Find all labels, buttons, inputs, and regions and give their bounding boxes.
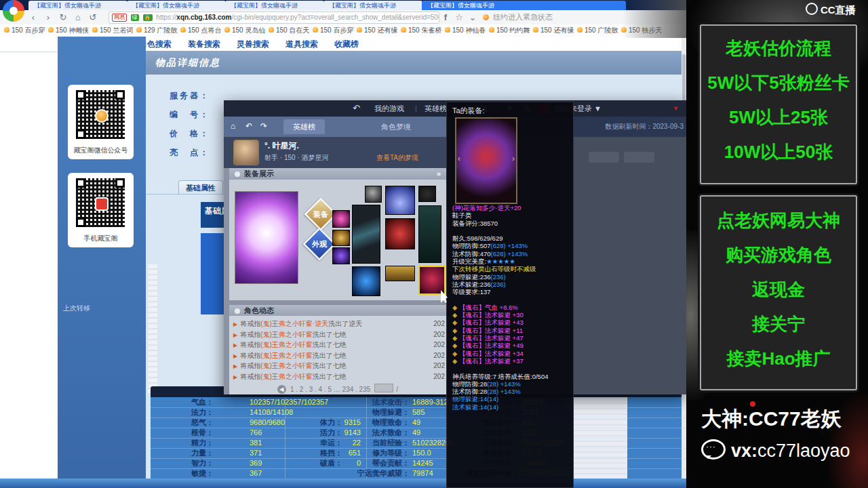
bell-icon xyxy=(269,27,274,33)
ranking-tab[interactable] xyxy=(624,152,654,163)
bookmark-item[interactable]: 150 约约舞 xyxy=(489,26,530,35)
expand-arrow-icon[interactable]: ▶ xyxy=(229,321,240,327)
star-icon[interactable]: ☆ xyxy=(453,11,465,24)
equip-icon-gold-box[interactable] xyxy=(385,266,415,281)
back-icon[interactable]: ‹ xyxy=(27,11,39,24)
equip-icon-crown[interactable] xyxy=(385,186,415,215)
view-dream-link[interactable]: 查看TA的梦境 xyxy=(376,153,418,163)
equip-icon-boots-selected[interactable] xyxy=(418,266,446,295)
stats-row: 力量：371格挡：651修为等级：150.0修炼等级：137.4 xyxy=(151,448,686,459)
forward-icon[interactable]: ↷ xyxy=(260,121,267,131)
undo-icon[interactable]: ↺ xyxy=(87,11,99,24)
address-bar[interactable]: 网易 绿 🔒 https://xqn.cbg.163.com/cgi-bin/e… xyxy=(108,12,439,24)
bookmark-item[interactable]: 150 还有缘 xyxy=(357,26,397,35)
stat-label: 物理致命： xyxy=(320,418,410,427)
prev-item-arrow[interactable]: ‹ xyxy=(458,154,460,163)
activity-row[interactable]: ▶将戒指(鬼)王弗之小轩窗洗出了七绝202 xyxy=(229,350,446,361)
bookmark-item[interactable]: 150 还有缘 xyxy=(533,26,574,35)
ad-line: 5W以下5张粉丝卡 xyxy=(701,66,856,100)
green-badge: 绿 xyxy=(131,14,139,21)
equip-icon-red-armor[interactable] xyxy=(385,218,415,249)
share-icon[interactable]: f xyxy=(439,11,452,24)
tab-role-dream[interactable]: 角色梦境 xyxy=(372,119,420,134)
window-menu-icon[interactable]: ▼ xyxy=(673,100,679,117)
site-nav-link[interactable]: 装备搜索 xyxy=(188,39,220,50)
bookmark-item[interactable]: 150 神雕侠 xyxy=(48,26,89,35)
cc-logo-text: CC直播 xyxy=(821,4,856,16)
home-icon[interactable]: ⌂ xyxy=(231,121,235,131)
browser-logo-center xyxy=(9,7,18,15)
appearance-mode-button[interactable]: 外观 xyxy=(303,228,336,260)
tooltip-segment: 【魂石】法术躲避 +43 xyxy=(459,319,524,326)
browser-tab[interactable]: 【藏宝阁】倩女幽魂手游 xyxy=(422,1,626,10)
activity-row[interactable]: ▶将戒指(鬼)王弗之小轩窗洗出了七绝202 xyxy=(229,371,446,382)
home-icon[interactable]: ⌂ xyxy=(72,11,84,24)
equip-icon-shield[interactable] xyxy=(418,205,441,263)
bookmark-item[interactable]: 150 百步穿 xyxy=(313,26,353,35)
refresh-icon[interactable]: ↻ xyxy=(57,11,69,24)
collapse-icon[interactable]: » xyxy=(437,168,441,180)
equip-icon-gold[interactable] xyxy=(332,230,350,246)
back-icon[interactable]: ↶ xyxy=(245,121,252,131)
page-numbers[interactable]: 1 . 2 . 3 . 4 . 5 … 234 . 235 xyxy=(290,386,370,393)
forward-icon[interactable]: › xyxy=(42,11,54,24)
bookmark-label: 150 百步穿 xyxy=(12,26,45,34)
next-item-arrow[interactable]: › xyxy=(512,154,515,163)
bookmark-label: 150 朱雀桥 xyxy=(408,26,441,34)
menu-my-games[interactable]: 我的游戏 xyxy=(374,100,404,117)
expand-arrow-icon[interactable]: ▶ xyxy=(229,363,240,369)
bookmark-item[interactable]: 150 兰若词 xyxy=(92,26,133,35)
chevron-down-icon[interactable]: ⌄ xyxy=(467,11,479,24)
browser-tab[interactable]: 【藏宝阁】倩女幽魂手游 xyxy=(225,1,324,10)
bookmark-item[interactable]: 150 百步穿 xyxy=(4,26,45,35)
tab-basic-attributes[interactable]: 基础属性 xyxy=(178,180,223,195)
equip-icon-pouch[interactable] xyxy=(365,186,382,203)
equip-icon-cloth[interactable] xyxy=(418,186,436,202)
browser-tab[interactable]: 【藏宝阁】倩女幽魂手游 xyxy=(28,1,127,10)
section-title: 角色动态 xyxy=(244,306,274,314)
bookmark-item[interactable]: 150 灵岛仙 xyxy=(224,26,265,35)
browser-tab[interactable]: 【藏宝阁】倩女幽魂手游 xyxy=(127,1,226,10)
ranking-tab[interactable] xyxy=(589,152,619,163)
equip-icon-gem-purple[interactable] xyxy=(332,247,350,264)
tooltip-line: 法术躲避:236(236) xyxy=(452,281,569,288)
site-nav-link[interactable]: 道具搜索 xyxy=(285,39,318,50)
browser-tab[interactable]: 【藏宝阁】倩女幽魂手游 xyxy=(323,1,422,10)
tab-hero-rank[interactable]: 英雄榜 xyxy=(283,119,325,134)
prev-page-icon[interactable]: ◀ xyxy=(277,385,286,394)
activity-row[interactable]: ▶将戒指(鬼)王弗之小轩窗·逆天洗出了逆天202 xyxy=(229,319,446,329)
browser-logo-icon[interactable] xyxy=(3,0,24,22)
character-band: °. 叶星河. 射手 · 150 · 酒梦星河 查看TA的梦境 xyxy=(224,137,448,168)
activity-row[interactable]: ▶将戒指(鬼)王弗之小轩窗洗出了七绝202 xyxy=(229,329,446,340)
expand-arrow-icon[interactable]: ▶ xyxy=(229,332,240,338)
bookmark-item[interactable]: 150 朱雀桥 xyxy=(401,26,441,35)
equip-icon-bow[interactable] xyxy=(352,205,380,264)
tooltip-segment: 【魂石】法术躲避 +30 xyxy=(459,311,524,319)
back-arrow-icon[interactable]: ↶ xyxy=(353,100,360,117)
tooltip-segment: (236) xyxy=(491,281,506,288)
bookmark-item[interactable]: 150 独步天 xyxy=(621,26,662,35)
page-input[interactable] xyxy=(374,384,393,392)
bookmark-item[interactable]: 150 神仙眷 xyxy=(445,26,486,35)
equip-icon-gem-pink[interactable] xyxy=(332,210,350,228)
tooltip-line xyxy=(452,365,569,372)
hot-notification[interactable]: 纽约进入紧急状态 xyxy=(493,12,553,22)
form-label: 亮 点： xyxy=(170,147,210,159)
equip-icon-claw[interactable] xyxy=(352,266,380,296)
site-nav-link[interactable]: 灵兽搜索 xyxy=(237,39,269,50)
chat-bubbles-icon: ··· xyxy=(701,439,726,460)
expand-arrow-icon[interactable]: ▶ xyxy=(229,353,240,359)
bookmark-item[interactable]: 150 自在天 xyxy=(269,26,309,35)
expand-arrow-icon[interactable]: ▶ xyxy=(229,342,240,348)
cc-logo-icon xyxy=(806,3,818,15)
menu-hero-rank[interactable]: 英雄榜 xyxy=(425,100,447,117)
bookmark-item[interactable]: 150 点将台 xyxy=(180,26,221,35)
site-nav-link[interactable]: 收藏榜 xyxy=(334,39,359,50)
expand-arrow-icon[interactable]: ▶ xyxy=(229,374,240,380)
ad-line: 点老妖网易大神 xyxy=(701,203,856,238)
bookmark-item[interactable]: 129 广陵散 xyxy=(136,26,177,35)
pagination[interactable]: ◀1 . 2 . 3 . 4 . 5 … 234 . 235/ xyxy=(229,384,446,394)
activity-row[interactable]: ▶将戒指(鬼)王弗之小轩窗洗出了七绝202 xyxy=(229,340,446,350)
bookmark-item[interactable]: 150 广陵散 xyxy=(577,26,618,35)
activity-row[interactable]: ▶将戒指(鬼)王弗之小轩窗洗出了七绝202 xyxy=(229,361,446,371)
